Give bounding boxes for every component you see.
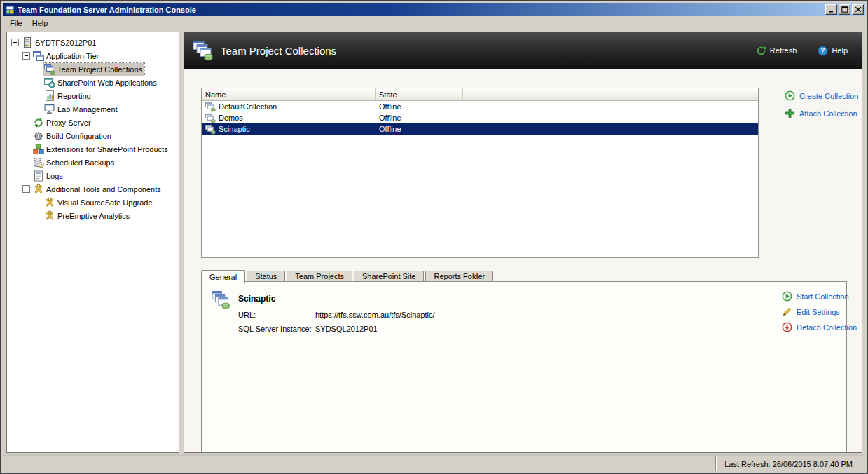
menu-help[interactable]: Help [27,18,53,29]
application-tier-icon [33,50,44,62]
tree-row: SYDTFS2012P01 [7,36,179,49]
logs-icon [33,170,44,182]
refresh-button[interactable]: Refresh [756,46,797,56]
tools-icon [44,197,55,208]
field-label-sql-server-instance: SQL Server Instance: [238,325,315,333]
table-header: Name State [202,88,758,101]
tree-row: Application Tier [7,49,179,62]
menubar: File Help [3,16,865,30]
tree-item-label: Proxy Server [46,118,91,127]
tree-row: Build Configuration [7,129,179,142]
tree-item-label: Extensions for SharePoint Products [46,145,168,154]
tree-item-label: Build Configuration [46,132,111,140]
titlebar: Team Foundation Server Administration Co… [3,3,865,16]
close-button[interactable] [852,4,864,15]
app-icon [5,5,15,15]
column-header-state[interactable]: State [376,88,463,100]
edit-settings-link[interactable]: Edit Settings [782,306,857,317]
tree-row: Extensions for SharePoint Products [7,142,179,156]
attach-collection-link[interactable]: Attach Collection [785,108,858,118]
tree-item-additional-tools-and-components[interactable]: Additional Tools and Components [32,183,163,196]
tools-icon [44,210,55,222]
tree-item-preemptive-analytics[interactable]: PreEmptive Analytics [43,210,132,222]
tree-item-application-tier[interactable]: Application Tier [32,50,101,62]
tree-row: Team Project Collections [7,62,179,76]
tree-item-label: Reporting [57,92,91,100]
tree-item-logs[interactable]: Logs [32,170,65,182]
statusbar: Last Refresh: 26/06/2015 8:07:40 PM [3,456,865,471]
collection-icon [205,102,216,112]
tab-sharepoint-site[interactable]: SharePoint Site [354,271,424,281]
start-collection-link[interactable]: Start Collection [782,291,857,302]
team-project-collections-icon [44,64,55,75]
field-sql-server-instance: SQL Server Instance: SYDSQL2012P01 [238,322,435,336]
content-area: SYDTFS2012P01 Application Tier Team Proj… [3,30,865,456]
tab-general[interactable]: General [201,270,245,283]
tree-row: Logs [7,169,179,182]
navigation-tree: SYDTFS2012P01 Application Tier Team Proj… [6,32,179,453]
last-refresh-text: Last Refresh: 26/06/2015 8:07:40 PM [724,460,853,468]
detail-title: Scinaptic [238,294,275,304]
tree-item-visual-sourcesafe-upgrade[interactable]: Visual SourceSafe Upgrade [43,196,155,209]
table-row-defaultcollection[interactable]: DefaultCollection Offline [202,101,758,112]
collection-icon [205,113,216,123]
collections-table: Name State DefaultCollection Offline [201,88,759,258]
start-collection-icon [782,291,792,302]
refresh-label: Refresh [770,46,797,55]
menu-file[interactable]: File [5,18,27,29]
tab-status[interactable]: Status [247,271,285,281]
tab-reports-folder[interactable]: Reports Folder [425,271,493,281]
tree-item-lab-management[interactable]: Lab Management [43,103,120,116]
detach-collection-icon [782,322,792,332]
tree-row: PreEmptive Analytics [7,209,179,222]
column-header-empty[interactable] [463,88,758,100]
tree-row: Additional Tools and Components [7,182,179,196]
server-icon [22,37,33,48]
tree-item-proxy-server[interactable]: Proxy Server [32,116,93,129]
tree-item-label: PreEmptive Analytics [57,212,130,220]
field-label-url: URL: [238,311,315,319]
last-refresh-status: Last Refresh: 26/06/2015 8:07:40 PM [715,456,865,471]
tree-item-sydtfs2012p01[interactable]: SYDTFS2012P01 [21,36,98,49]
tree-row: Reporting [7,89,179,102]
collapse-expander-icon[interactable] [22,185,30,193]
tree-item-build-configuration[interactable]: Build Configuration [32,130,113,142]
tree-item-reporting[interactable]: Reporting [43,90,93,102]
tree-item-label: Team Project Collections [57,65,142,74]
collapse-expander-icon[interactable] [11,39,19,46]
tree-item-team-project-collections[interactable]: Team Project Collections [43,63,144,76]
column-header-name[interactable]: Name [202,88,376,100]
tree-item-scheduled-backups[interactable]: Scheduled Backups [32,156,116,169]
maximize-button[interactable] [839,4,850,15]
additional-tools-icon [33,184,44,195]
tree-item-label: SYDTFS2012P01 [35,39,96,47]
collection-icon [205,124,216,135]
main-body: Name State DefaultCollection Offline [184,69,862,452]
table-row-demos[interactable]: Demos Offline [202,112,758,123]
table-row-scinaptic[interactable]: Scinaptic Offline [202,123,758,135]
collection-name: Demos [219,114,243,122]
build-configuration-icon [33,130,44,142]
proxy-server-icon [33,117,44,128]
help-button[interactable]: Help [818,46,848,56]
reporting-icon [44,90,55,102]
tree-item-label: Scheduled Backups [46,158,114,167]
tree-item-label: Application Tier [46,52,99,60]
help-icon [818,46,828,56]
window-title: Team Foundation Server Administration Co… [18,6,822,14]
collection-name: DefaultCollection [219,102,277,111]
edit-settings-icon [782,306,792,317]
create-collection-icon [785,90,795,101]
attach-collection-icon [785,108,795,118]
create-collection-link[interactable]: Create Collection [785,90,858,101]
tree-row: SharePoint Web Applications [7,76,179,89]
tree-row: Scheduled Backups [7,156,179,169]
tree-item-extensions-for-sharepoint-products[interactable]: Extensions for SharePoint Products [32,143,170,156]
tree-item-sharepoint-web-applications[interactable]: SharePoint Web Applications [43,76,159,89]
tree-item-label: SharePoint Web Applications [57,79,157,87]
minimize-button[interactable] [825,4,837,15]
collapse-expander-icon[interactable] [22,52,30,60]
tab-team-projects[interactable]: Team Projects [287,271,352,281]
detach-collection-link[interactable]: Detach Collection [782,322,857,332]
app-window: Team Foundation Server Administration Co… [0,0,868,474]
